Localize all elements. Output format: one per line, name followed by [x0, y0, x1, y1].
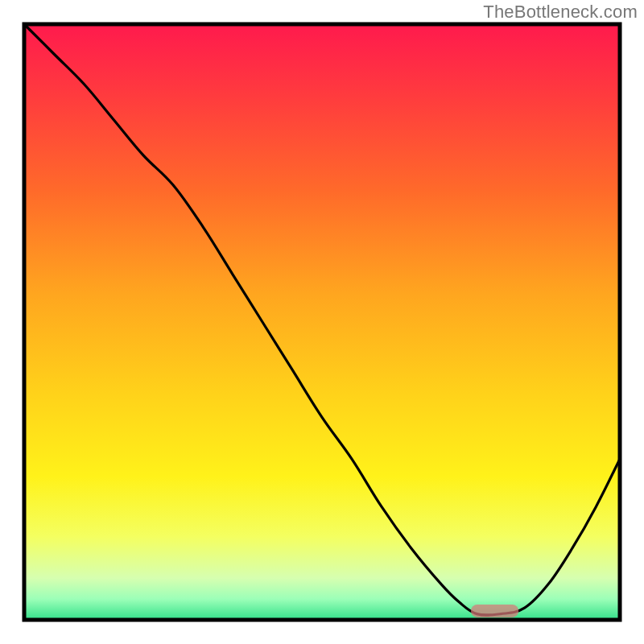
- chart-container: TheBottleneck.com: [0, 0, 644, 644]
- chart-svg: [0, 0, 644, 644]
- optimal-marker: [471, 605, 518, 617]
- plot-background: [24, 24, 620, 620]
